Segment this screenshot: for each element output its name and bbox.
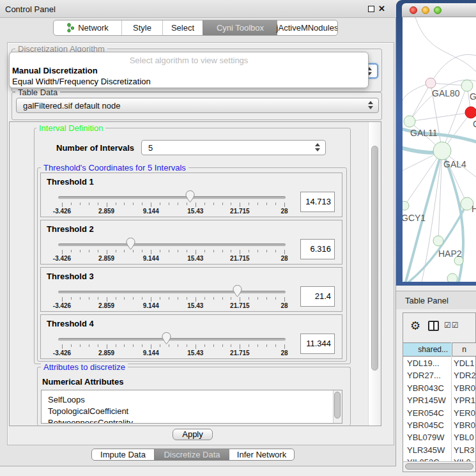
- slider-tick: [266, 250, 267, 252]
- network-node[interactable]: [447, 273, 457, 282]
- slider-tick: [124, 297, 125, 300]
- slider-track[interactable]: [58, 338, 286, 341]
- table-hscrollbar[interactable]: [403, 461, 475, 472]
- number-of-intervals-spinner[interactable]: 5: [141, 140, 326, 155]
- slider-tick: [89, 250, 89, 252]
- table-row[interactable]: YLR345WYLR3: [403, 444, 475, 456]
- slider-tick: [116, 344, 116, 347]
- control-panel-window: Control Panel ✕ NetworkStyleSelectCyni T…: [0, 0, 396, 466]
- float-icon[interactable]: [368, 6, 374, 12]
- tab-impute-data[interactable]: Impute Data: [92, 449, 154, 460]
- slider-knob[interactable]: [126, 238, 135, 250]
- table-row[interactable]: YBR045CYBR0: [403, 419, 475, 431]
- table-row[interactable]: YDR27...YDR2: [403, 369, 475, 381]
- columns-icon[interactable]: [428, 321, 439, 331]
- table-row[interactable]: YBR043CYBR0: [403, 382, 475, 394]
- table-row[interactable]: YDL19...YDL1: [403, 357, 475, 369]
- slider-scale-label: 9.144: [137, 349, 165, 357]
- slider-tick: [71, 203, 72, 205]
- attributes-scrollbar-thumb[interactable]: [334, 392, 341, 418]
- slider-scale-label: 21.715: [226, 349, 254, 357]
- threshold-value-field[interactable]: 21.4: [300, 286, 335, 307]
- slider-track[interactable]: [58, 196, 286, 199]
- tab-discretize-data[interactable]: Discretize Data: [154, 449, 229, 460]
- attribute-item[interactable]: SelfLoops: [42, 394, 342, 406]
- tab-select[interactable]: Select: [162, 20, 203, 35]
- interval-definition-title: Interval Definition: [36, 123, 105, 133]
- slider-track[interactable]: [58, 291, 286, 294]
- network-node-gal4[interactable]: [433, 142, 451, 160]
- network-window-titlebar: [402, 3, 476, 17]
- cell-name: YPR1: [454, 395, 475, 405]
- network-node-gal80[interactable]: [426, 78, 436, 88]
- table-row[interactable]: YER054CYER0: [403, 407, 475, 419]
- threshold-value-field[interactable]: 11.344: [300, 334, 335, 354]
- zoom-traffic-light[interactable]: [434, 6, 441, 14]
- tab-jactivemnodules[interactable]: jActiveMNodules: [277, 20, 337, 35]
- network-node-gcy1[interactable]: [403, 201, 409, 210]
- popup-option-manual[interactable]: Manual Discretization: [12, 66, 98, 75]
- slider-knob[interactable]: [233, 285, 242, 297]
- slider-track[interactable]: [58, 243, 286, 247]
- tab-infer-network[interactable]: Infer Network: [229, 449, 294, 460]
- slider-tick: [89, 203, 89, 205]
- number-of-intervals-label: Number of Intervals: [56, 143, 134, 153]
- select-checkboxes-icon[interactable]: ☑☑: [444, 321, 459, 330]
- network-edge: [410, 83, 431, 121]
- table-hscrollbar-thumb[interactable]: [405, 463, 473, 470]
- threshold-value-field[interactable]: 14.713: [300, 192, 335, 212]
- gear-icon[interactable]: ⚙: [410, 319, 420, 333]
- network-node-hap2[interactable]: [433, 236, 443, 246]
- table-data-combo[interactable]: galFiltered.sif default node: [16, 98, 379, 113]
- slider-knob[interactable]: [162, 332, 171, 344]
- slider-tick: [257, 344, 258, 347]
- slider-tick: [80, 297, 81, 300]
- attribute-item[interactable]: TopologicalCoefficient: [42, 406, 342, 417]
- table-data-title: Table Data: [15, 88, 60, 97]
- threshold-box-2: Threshold 2-3.4262.8599.14415.4321.71528…: [40, 220, 342, 265]
- cell-shared-name: YPR145W: [407, 395, 446, 405]
- apply-button[interactable]: Apply: [173, 429, 213, 440]
- network-node-c[interactable]: [465, 107, 476, 118]
- slider-knob[interactable]: [185, 190, 195, 203]
- slider-scale-label: 9.144: [137, 255, 165, 262]
- close-icon[interactable]: ✕: [378, 4, 385, 13]
- slider-tick: [169, 250, 169, 252]
- settings-scrollbar-thumb[interactable]: [371, 146, 378, 371]
- tab-style[interactable]: Style: [121, 20, 162, 35]
- slider-tick: [142, 297, 142, 300]
- slider-tick: [160, 344, 160, 347]
- threshold-value-field[interactable]: 6.316: [300, 239, 335, 259]
- network-node-ga[interactable]: [461, 80, 473, 91]
- column-header-name[interactable]: n: [452, 342, 476, 357]
- slider-tick: [187, 297, 187, 300]
- minimize-traffic-light[interactable]: [422, 6, 429, 14]
- slider-tick: [169, 203, 169, 205]
- slider-tick: [249, 250, 249, 252]
- table-row[interactable]: YIL052CYIL0: [403, 456, 475, 461]
- slider-tick: [178, 344, 178, 347]
- slider-tick: [71, 297, 72, 300]
- table-rows: YDL19...YDL1YDR27...YDR2YBR043CYBR0YPR14…: [403, 357, 475, 461]
- tab-label: Cyni Toolbox: [217, 20, 264, 35]
- slider-tick: [187, 203, 187, 205]
- attribute-item[interactable]: BetweennessCentrality: [42, 417, 342, 424]
- network-edge: [431, 54, 476, 83]
- tab-cyni-toolbox[interactable]: Cyni Toolbox: [203, 20, 277, 35]
- popup-option-equal-width[interactable]: Equal Width/Frequency Discretization: [12, 77, 151, 86]
- table-row[interactable]: YPR145WYPR1: [403, 394, 475, 406]
- threshold-box-1: Threshold 1-3.4262.8599.14415.4321.71528…: [40, 173, 342, 217]
- slider-scale-label: 2.859: [93, 302, 121, 309]
- column-divider: [451, 357, 452, 461]
- threshold-label: Threshold 3: [47, 272, 94, 281]
- network-node-gal11[interactable]: [404, 116, 415, 127]
- network-canvas[interactable]: GAL80GACGAL11GAL4GCY1HHAP2: [403, 17, 476, 282]
- table-row[interactable]: YBL079WYBL0: [403, 431, 475, 443]
- tab-network[interactable]: Network: [54, 20, 121, 35]
- close-traffic-light[interactable]: [410, 6, 417, 14]
- column-header-shared[interactable]: shared...: [403, 342, 451, 357]
- slider-tick: [204, 250, 205, 252]
- slider-tick: [187, 250, 187, 252]
- slider-tick: [124, 203, 125, 205]
- numerical-attributes-list[interactable]: SelfLoopsTopologicalCoefficientBetweenne…: [41, 390, 342, 424]
